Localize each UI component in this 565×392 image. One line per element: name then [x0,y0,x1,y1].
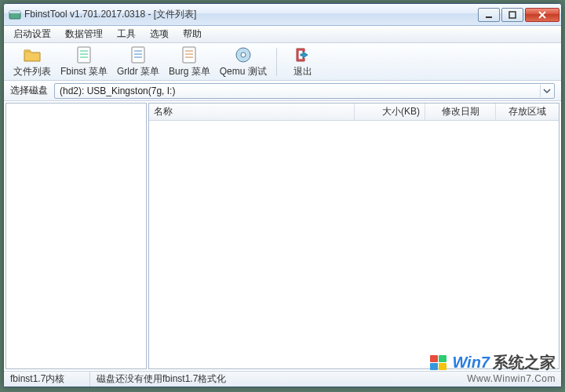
disk-combobox[interactable]: (hd2): USB_Kingston(7g, I:) [54,83,555,99]
folder-icon [23,45,42,64]
content-area: 名称 大小(KB) 修改日期 存放区域 [4,101,561,371]
col-area[interactable]: 存放区域 [496,103,559,120]
tool-grldr-menu[interactable]: Grldr 菜单 [112,45,164,79]
svg-rect-6 [78,47,90,63]
file-list-panel: 名称 大小(KB) 修改日期 存放区域 [148,103,560,369]
tool-burg-menu[interactable]: Burg 菜单 [164,45,215,79]
disk-selector-row: 选择磁盘 (hd2): USB_Kingston(7g, I:) [4,81,561,101]
col-size[interactable]: 大小(KB) [355,103,425,120]
status-core: fbinst1.7内核 [4,372,90,387]
status-bar: fbinst1.7内核 磁盘还没有使用fbinst1.7格式化 [4,371,561,387]
col-date[interactable]: 修改日期 [425,103,496,120]
page-icon [75,45,93,64]
app-icon [9,9,21,21]
svg-rect-14 [183,47,195,63]
window-controls [476,8,560,22]
menu-tools[interactable]: 工具 [111,26,142,42]
toolbar: 文件列表 Fbinst 菜单 Grldr 菜单 Burg 菜单 Qemu 测试 [4,43,561,81]
status-message: 磁盘还没有使用fbinst1.7格式化 [90,372,561,387]
menu-options[interactable]: 选项 [144,26,175,42]
tool-exit[interactable]: 退出 [282,45,324,79]
window-title: FbinstTool v1.701.2017.0318 - [文件列表] [24,8,476,21]
minimize-button[interactable] [478,8,500,22]
tool-fbinst-menu[interactable]: Fbinst 菜单 [56,45,112,79]
maximize-button[interactable] [501,8,523,22]
disc-icon [234,45,253,64]
toolbar-separator [276,48,277,76]
menu-help[interactable]: 帮助 [177,26,208,42]
svg-point-19 [241,53,246,57]
page-icon [180,45,199,64]
menu-bar: 启动设置 数据管理 工具 选项 帮助 [4,26,561,43]
app-window: FbinstTool v1.701.2017.0318 - [文件列表] 启动设… [3,3,562,387]
svg-rect-10 [132,47,144,63]
svg-rect-1 [9,11,20,13]
title-bar: FbinstTool v1.701.2017.0318 - [文件列表] [4,4,561,26]
close-button[interactable] [525,8,560,22]
menu-data-manage[interactable]: 数据管理 [59,26,109,42]
list-body[interactable] [149,121,559,368]
col-name[interactable]: 名称 [149,103,355,120]
svg-rect-3 [509,12,516,18]
tool-file-list[interactable]: 文件列表 [9,45,56,79]
page-icon [129,45,148,64]
tool-qemu-test[interactable]: Qemu 测试 [215,45,272,79]
chevron-down-icon [540,85,552,97]
tree-panel[interactable] [5,103,147,369]
disk-value: (hd2): USB_Kingston(7g, I:) [60,85,175,96]
exit-icon [293,45,312,64]
disk-label: 选择磁盘 [10,84,48,97]
list-header: 名称 大小(KB) 修改日期 存放区域 [149,103,559,121]
menu-boot-settings[interactable]: 启动设置 [7,26,57,42]
